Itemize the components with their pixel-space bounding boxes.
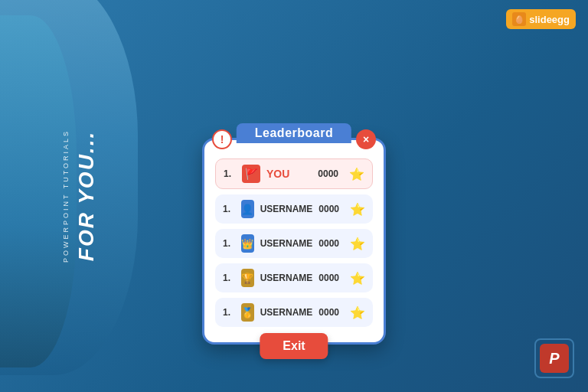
slideegg-icon: 🥚 xyxy=(512,12,526,26)
avatar-4: 🏆 xyxy=(241,269,254,287)
score-you: 0000 xyxy=(318,168,338,179)
avatar-5: 🥇 xyxy=(241,303,254,322)
rank-3: 1. xyxy=(223,238,235,249)
leaderboard-row-2: 1. 👤 USERNAME 0000 ⭐ xyxy=(215,194,373,224)
leaderboard-row-you: 1. 🚩 YOU 0000 ⭐ xyxy=(215,158,373,189)
avatar-you: 🚩 xyxy=(242,165,260,183)
name-3: USERNAME xyxy=(260,238,313,249)
score-3: 0000 xyxy=(318,238,339,249)
slideegg-logo: 🥚 slideegg xyxy=(506,9,576,29)
sidebar-subtitle: POWERPOINT TUTORIALS xyxy=(62,129,70,263)
name-2: USERNAME xyxy=(260,204,313,214)
avatar-2: 👤 xyxy=(241,200,254,218)
slideegg-text: slideegg xyxy=(529,14,570,25)
name-4: USERNAME xyxy=(260,273,313,283)
star-3: ⭐ xyxy=(350,237,365,251)
score-2: 0000 xyxy=(318,204,339,214)
name-5: USERNAME xyxy=(260,307,313,318)
star-4: ⭐ xyxy=(350,271,365,286)
leaderboard-title: Leaderboard xyxy=(237,123,351,143)
rank-5: 1. xyxy=(223,307,235,318)
ppt-icon-container: P xyxy=(534,338,574,378)
name-you: YOU xyxy=(266,168,312,180)
rank-1: 1. xyxy=(224,168,236,179)
score-5: 0000 xyxy=(318,307,339,318)
avatar-3: 👑 xyxy=(241,234,254,253)
star-2: ⭐ xyxy=(350,202,365,217)
score-4: 0000 xyxy=(318,273,339,283)
leaderboard-card: Leaderboard ! × 1. 🚩 YOU 0000 ⭐ 1. 👤 USE… xyxy=(202,138,386,345)
exit-button[interactable]: Exit xyxy=(260,333,328,359)
rank-4: 1. xyxy=(223,273,235,283)
sidebar-title: FOR YOU... xyxy=(74,129,100,263)
close-button[interactable]: × xyxy=(356,129,376,149)
star-you: ⭐ xyxy=(349,167,364,181)
leaderboard-row-3: 1. 👑 USERNAME 0000 ⭐ xyxy=(215,229,373,258)
warning-icon: ! xyxy=(212,129,232,149)
leaderboard-row-4: 1. 🏆 USERNAME 0000 ⭐ xyxy=(215,263,373,292)
star-5: ⭐ xyxy=(350,305,365,320)
leaderboard-row-5: 1. 🥇 USERNAME 0000 ⭐ xyxy=(215,298,373,327)
sidebar-text: POWERPOINT TUTORIALS FOR YOU... xyxy=(62,129,99,263)
ppt-icon: P xyxy=(540,344,569,373)
rank-2: 1. xyxy=(223,204,235,214)
